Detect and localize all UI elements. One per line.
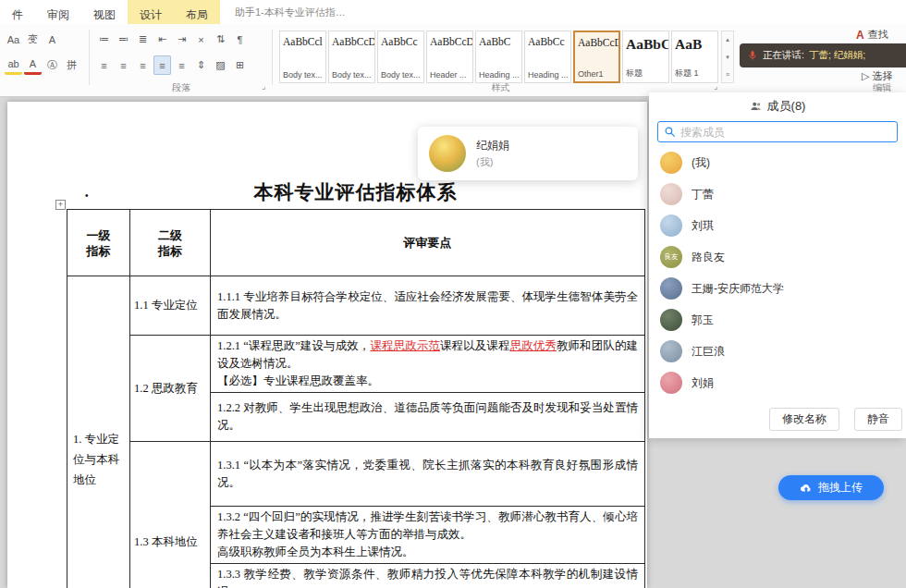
speaking-names: 丁蕾; 纪娟娟;	[809, 49, 865, 62]
style-gallery-scroll[interactable]: ▴▾≡	[721, 31, 734, 83]
paragraph-dialog-launcher[interactable]: ⌟	[262, 81, 265, 91]
character-border-icon[interactable]: A	[43, 30, 61, 49]
table-move-handle[interactable]: +	[55, 200, 66, 210]
paragraph-tools-row2: ≡≡≡≡≡⇕▨⊞	[94, 55, 250, 75]
style-option[interactable]: AaBbCcDdHeader ...	[426, 31, 473, 83]
speaker-me-tag: (我)	[476, 155, 509, 169]
gallery-scroll-arrow-icon[interactable]: ≡	[726, 71, 729, 78]
sort-icon[interactable]: ⇅	[212, 30, 229, 49]
titlebar-tab[interactable]: 视图	[81, 0, 128, 24]
style-name: Body tex...	[332, 70, 372, 80]
member-row[interactable]: 郭玉	[649, 304, 906, 336]
numbering-icon[interactable]: ≕	[115, 30, 132, 49]
shading-icon[interactable]: ▨	[212, 55, 229, 75]
member-row[interactable]: 江巨浪	[649, 336, 906, 367]
member-list: (我)丁蕾刘琪良友路良友王姗-安庆师范大学郭玉江巨浪刘娟	[649, 147, 906, 398]
member-row[interactable]: 王姗-安庆师范大学	[649, 273, 906, 304]
style-preview: AaBbCcDdl	[332, 36, 372, 47]
member-row[interactable]: 良友路良友	[649, 241, 906, 273]
table-row: 1. 专业定位与本科地位1.1 专业定位1.1.1 专业培养目标符合学校定位、适…	[67, 276, 645, 336]
member-panel-title: 成员(8)	[767, 98, 806, 115]
member-name: 郭玉	[692, 312, 714, 328]
style-preview: AaBbCc	[528, 36, 568, 47]
speaker-avatar	[429, 135, 466, 172]
style-name: Body tex...	[283, 70, 323, 80]
enclose-character-icon[interactable]: Ⓐ	[43, 55, 61, 75]
doc-table: 一级 指标二级 指标评审要点1. 专业定位与本科地位1.1 专业定位1.1.1 …	[67, 209, 645, 588]
distribute-icon[interactable]: ≡	[173, 55, 190, 75]
member-name: 江巨浪	[692, 344, 725, 360]
member-avatar	[660, 372, 682, 394]
style-option[interactable]: AaBbCcDdlOther1	[573, 31, 620, 83]
show-marks-icon[interactable]: ¶	[231, 30, 249, 49]
multilevel-list-icon[interactable]: ≣	[134, 30, 152, 49]
titlebar-tab[interactable]: 布局	[174, 0, 220, 24]
pinyin-icon[interactable]: 拼	[63, 55, 80, 75]
style-name: Heading ...	[479, 70, 519, 80]
asian-layout-icon[interactable]: ×	[192, 30, 210, 49]
member-row[interactable]: 刘琪	[649, 210, 906, 241]
cloud-upload-icon	[800, 482, 813, 495]
increase-indent-icon[interactable]: ⇥	[173, 30, 190, 49]
borders-icon[interactable]: ⊞	[231, 55, 249, 75]
style-option[interactable]: AaBbCcDdlBody tex...	[328, 31, 375, 83]
members-icon	[750, 100, 763, 113]
align-center-icon[interactable]: ≡	[115, 55, 132, 75]
member-name: 刘娟	[692, 375, 714, 391]
review-point-cell: 1.2.1 “课程思政”建设与成效，课程思政示范课程以及课程思政优秀教师和团队的…	[211, 336, 645, 393]
phonetic-guide-icon[interactable]: 变	[24, 30, 42, 49]
highlight-color-icon[interactable]: ab	[5, 56, 22, 75]
gallery-scroll-arrow-icon[interactable]: ▾	[726, 54, 729, 61]
styles-dialog-launcher[interactable]: ⌟	[714, 81, 717, 91]
find-button[interactable]: A 查找	[856, 28, 888, 42]
style-option[interactable]: AaBbCHeading ...	[475, 31, 522, 83]
style-option[interactable]: AaBbCcBody tex...	[377, 31, 424, 83]
table-header-cell: 二级 指标	[130, 210, 211, 276]
speaker-name: 纪娟娟	[476, 138, 509, 153]
style-name: Other1	[578, 69, 616, 79]
mute-button[interactable]: 静音	[854, 408, 902, 431]
change-case-icon[interactable]: Aa	[5, 30, 22, 49]
member-row[interactable]: 刘娟	[649, 367, 906, 398]
speaking-label: 正在讲话:	[763, 49, 804, 62]
style-name: Heading ...	[528, 70, 568, 80]
gallery-scroll-arrow-icon[interactable]: ▴	[726, 36, 729, 43]
titlebar-tab[interactable]: 审阅	[35, 0, 81, 24]
style-name: 标题	[626, 67, 666, 80]
bullets-icon[interactable]: ≔	[95, 30, 113, 49]
member-avatar	[660, 152, 682, 174]
style-preview: AaBbCcDdl	[578, 37, 616, 48]
decrease-indent-icon[interactable]: ⇤	[153, 30, 171, 49]
level2-indicator-cell: 1.1 专业定位	[130, 276, 211, 336]
review-point-cell: 1.3.1 “以本为本”落实情况，党委重视、院长主抓落实的本科教育良好氛围形成情…	[211, 442, 645, 507]
window-title: 助手1-本科专业评估指…	[235, 6, 346, 19]
justify-icon[interactable]: ≡	[153, 55, 171, 75]
rename-button[interactable]: 修改名称	[769, 408, 839, 431]
titlebar: 件审阅视图设计布局 助手1-本科专业评估指…	[0, 0, 906, 24]
titlebar-tab[interactable]: 设计	[128, 0, 174, 24]
titlebar-tab[interactable]: 件	[0, 0, 35, 24]
style-preview: AaBbC	[626, 36, 666, 53]
drag-upload-button[interactable]: 拖拽上传	[778, 475, 884, 500]
font-color-icon[interactable]: A	[24, 56, 42, 75]
style-option[interactable]: AaBbCclBody tex...	[279, 31, 326, 83]
find-icon: A	[856, 29, 864, 42]
align-right-icon[interactable]: ≡	[134, 55, 152, 75]
style-option[interactable]: AaBbC标题	[622, 31, 669, 83]
style-preview: AaBbCc	[381, 36, 421, 47]
align-left-icon[interactable]: ≡	[95, 55, 113, 75]
member-panel: 成员(8) (我)丁蕾刘琪良友路良友王姗-安庆师范大学郭玉江巨浪刘娟 修改名称 …	[649, 92, 906, 438]
member-row[interactable]: (我)	[649, 147, 906, 178]
microphone-icon	[747, 50, 758, 61]
style-option[interactable]: AaBbCcHeading ...	[524, 31, 571, 83]
member-avatar	[660, 277, 682, 300]
line-spacing-icon[interactable]: ⇕	[192, 55, 210, 75]
style-preview: AaB	[675, 36, 715, 53]
style-option[interactable]: AaB标题 1	[671, 31, 718, 83]
member-row[interactable]: 丁蕾	[649, 178, 906, 210]
member-name: 路良友	[692, 250, 725, 265]
search-input[interactable]	[680, 126, 891, 139]
table-header-cell: 一级 指标	[67, 210, 130, 276]
table-row: 1.2 思政教育1.2.1 “课程思政”建设与成效，课程思政示范课程以及课程思政…	[67, 336, 645, 393]
member-avatar: 良友	[660, 246, 682, 268]
